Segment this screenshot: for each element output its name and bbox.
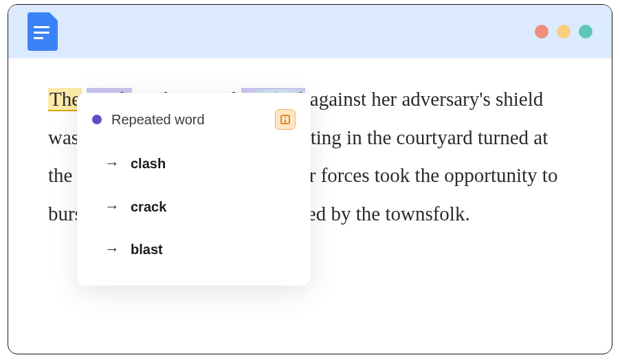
suggestion-popup: Repeated word → clash → crack → blast: [77, 93, 311, 286]
suggestion-clash[interactable]: → clash: [92, 142, 296, 185]
suggestion-label: blast: [131, 236, 163, 262]
issue-type-dot: [92, 115, 102, 124]
maximize-dot[interactable]: [579, 25, 593, 38]
arrow-icon: →: [104, 235, 120, 264]
arrow-icon: →: [104, 192, 120, 221]
document-icon: [27, 12, 58, 51]
popup-title: Repeated word: [111, 106, 205, 133]
suggestion-blast[interactable]: → blast: [92, 228, 296, 271]
window-controls: [535, 25, 593, 38]
document-body[interactable]: The crash as the sword crashed against h…: [8, 58, 612, 255]
titlebar: [8, 5, 612, 58]
arrow-icon: →: [104, 149, 120, 178]
close-dot[interactable]: [535, 25, 549, 38]
info-icon[interactable]: [275, 109, 296, 130]
minimize-dot[interactable]: [557, 25, 571, 38]
suggestion-crack[interactable]: → crack: [92, 185, 296, 228]
editor-window: The crash as the sword crashed against h…: [8, 4, 612, 354]
suggestion-label: clash: [131, 150, 166, 177]
suggestion-label: crack: [131, 194, 166, 220]
popup-header: Repeated word: [92, 106, 296, 133]
